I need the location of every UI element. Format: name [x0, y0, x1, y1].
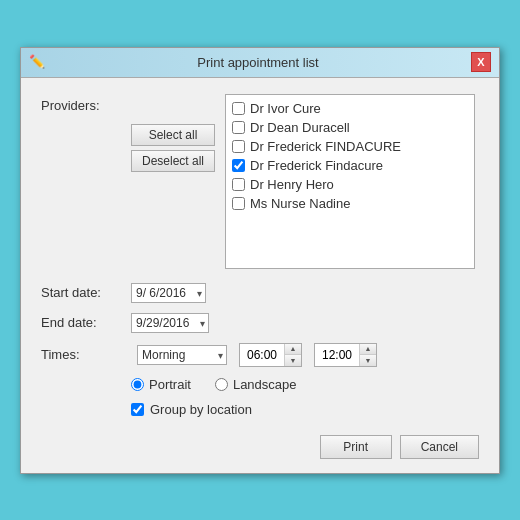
provider-name-5: Ms Nurse Nadine	[250, 196, 350, 211]
provider-checkbox-2[interactable]	[232, 140, 245, 153]
list-item: Dr Henry Hero	[230, 175, 470, 194]
print-button[interactable]: Print	[320, 435, 392, 459]
portrait-label: Portrait	[149, 377, 191, 392]
start-time-input[interactable]	[240, 346, 284, 364]
provider-checkbox-1[interactable]	[232, 121, 245, 134]
list-item: Dr Frederick FINDACURE	[230, 137, 470, 156]
start-date-label: Start date:	[41, 285, 131, 300]
end-date-row: End date: 9/29/2016	[41, 313, 479, 333]
start-date-wrapper: 9/ 6/2016	[131, 283, 206, 303]
start-date-select[interactable]: 9/ 6/2016	[131, 283, 206, 303]
providers-right: Select all Deselect all Dr Ivor Cure Dr …	[131, 94, 475, 269]
dialog-title: Print appointment list	[45, 55, 471, 70]
landscape-label: Landscape	[233, 377, 297, 392]
provider-name-1: Dr Dean Duracell	[250, 120, 350, 135]
select-buttons-group: Select all Deselect all	[131, 94, 215, 172]
times-row: Times: Morning Afternoon Evening ▲ ▼ ▲	[41, 343, 479, 367]
end-time-buttons: ▲ ▼	[359, 344, 376, 366]
list-item: Dr Dean Duracell	[230, 118, 470, 137]
end-time-spinner: ▲ ▼	[314, 343, 377, 367]
provider-name-4: Dr Henry Hero	[250, 177, 334, 192]
end-date-label: End date:	[41, 315, 131, 330]
list-item: Ms Nurse Nadine	[230, 194, 470, 213]
times-period-select[interactable]: Morning Afternoon Evening	[137, 345, 227, 365]
start-time-buttons: ▲ ▼	[284, 344, 301, 366]
start-date-row: Start date: 9/ 6/2016	[41, 283, 479, 303]
provider-name-2: Dr Frederick FINDACURE	[250, 139, 401, 154]
orientation-row: Portrait Landscape	[41, 377, 479, 392]
end-time-up-button[interactable]: ▲	[360, 344, 376, 355]
start-time-up-button[interactable]: ▲	[285, 344, 301, 355]
provider-checkbox-4[interactable]	[232, 178, 245, 191]
end-time-input[interactable]	[315, 346, 359, 364]
print-dialog: ✏️ Print appointment list X Providers: S…	[20, 47, 500, 474]
action-buttons-row: Print Cancel	[41, 431, 479, 459]
group-by-location-label: Group by location	[150, 402, 252, 417]
close-button[interactable]: X	[471, 52, 491, 72]
providers-list: Dr Ivor Cure Dr Dean Duracell Dr Frederi…	[225, 94, 475, 269]
list-item: Dr Frederick Findacure	[230, 156, 470, 175]
end-time-down-button[interactable]: ▼	[360, 355, 376, 366]
provider-checkbox-0[interactable]	[232, 102, 245, 115]
times-label: Times:	[41, 347, 131, 362]
landscape-radio[interactable]	[215, 378, 228, 391]
provider-name-3: Dr Frederick Findacure	[250, 158, 383, 173]
provider-checkbox-5[interactable]	[232, 197, 245, 210]
deselect-all-button[interactable]: Deselect all	[131, 150, 215, 172]
title-bar: ✏️ Print appointment list X	[21, 48, 499, 78]
dialog-icon: ✏️	[29, 54, 45, 70]
cancel-button[interactable]: Cancel	[400, 435, 479, 459]
group-by-location-row: Group by location	[41, 402, 479, 417]
dialog-body: Providers: Select all Deselect all Dr Iv…	[21, 78, 499, 473]
portrait-radio[interactable]	[131, 378, 144, 391]
end-date-wrapper: 9/29/2016	[131, 313, 209, 333]
landscape-option: Landscape	[215, 377, 297, 392]
end-date-select[interactable]: 9/29/2016	[131, 313, 209, 333]
start-time-down-button[interactable]: ▼	[285, 355, 301, 366]
provider-name-0: Dr Ivor Cure	[250, 101, 321, 116]
group-by-location-checkbox[interactable]	[131, 403, 144, 416]
select-all-button[interactable]: Select all	[131, 124, 215, 146]
provider-checkbox-3[interactable]	[232, 159, 245, 172]
portrait-option: Portrait	[131, 377, 191, 392]
providers-section: Providers: Select all Deselect all Dr Iv…	[41, 94, 479, 269]
start-time-spinner: ▲ ▼	[239, 343, 302, 367]
times-period-wrapper: Morning Afternoon Evening	[137, 345, 227, 365]
providers-label: Providers:	[41, 94, 131, 113]
list-item: Dr Ivor Cure	[230, 99, 470, 118]
